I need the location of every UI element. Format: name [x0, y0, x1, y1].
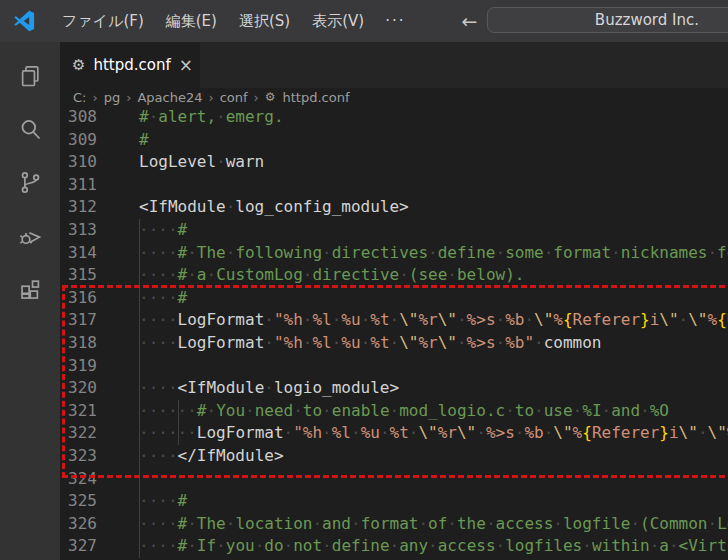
line-number: 320 [60, 377, 97, 400]
whitespace-dot: · [158, 491, 168, 510]
breadcrumb-item[interactable]: C: [71, 90, 88, 105]
code-line-313[interactable]: 313····# [60, 219, 728, 242]
whitespace-dot: · [322, 536, 332, 555]
whitespace-dot: · [284, 423, 294, 442]
whitespace-dot: · [158, 378, 168, 397]
indent-guide [178, 400, 179, 423]
line-number: 308 [60, 106, 97, 129]
whitespace-dot: · [351, 423, 361, 442]
code-line-311[interactable]: 311 [60, 174, 728, 197]
whitespace-dot: · [216, 536, 226, 555]
code-line-322[interactable]: 322······LogFormat·"%h·%l·%u·%t·\"%r\"·%… [60, 422, 728, 445]
whitespace-dot: · [534, 333, 544, 352]
whitespace-dot: · [303, 310, 313, 329]
whitespace-dot: · [264, 378, 274, 397]
code-line-326[interactable]: 326····#·The·location·and·format·of·the·… [60, 513, 728, 536]
code-line-310[interactable]: 310LogLevel·warn [60, 151, 728, 174]
whitespace-dot: · [168, 446, 178, 465]
menu-file[interactable]: ファイル(F) [51, 8, 155, 35]
search-icon[interactable] [0, 103, 60, 156]
whitespace-dot: · [187, 265, 197, 284]
whitespace-dot: · [322, 401, 332, 420]
whitespace-dot: · [351, 514, 361, 533]
whitespace-dot: · [496, 310, 506, 329]
menu-view[interactable]: 表示(V) [301, 8, 375, 35]
line-number: 310 [60, 151, 97, 174]
tab-httpd-conf[interactable]: ⚙ httpd.conf × [60, 42, 200, 88]
run-debug-icon[interactable] [0, 209, 60, 262]
menu-more[interactable]: ··· [375, 8, 415, 34]
explorer-icon[interactable] [0, 50, 60, 103]
whitespace-dot: · [226, 514, 236, 533]
indent-guide [139, 490, 140, 513]
whitespace-dot: · [168, 333, 178, 352]
whitespace-dot: · [158, 446, 168, 465]
whitespace-dot: · [149, 243, 159, 262]
whitespace-dot: · [158, 265, 168, 284]
code-line-325[interactable]: 325····# [60, 490, 728, 513]
source-control-icon[interactable] [0, 156, 60, 209]
code-line-315[interactable]: 315····#·a·CustomLog·directive·(see·belo… [60, 264, 728, 287]
breadcrumb-item[interactable]: conf [218, 90, 250, 105]
breadcrumb-file[interactable]: httpd.conf [281, 90, 352, 105]
whitespace-dot: · [428, 536, 438, 555]
code-line-316[interactable]: 316····# [60, 287, 728, 310]
whitespace-dot: · [139, 446, 149, 465]
line-content: ····#·If·you·do·not·define·any·access·lo… [139, 535, 728, 558]
extensions-icon[interactable] [0, 262, 60, 315]
code-line-321[interactable]: 321······#·You·need·to·enable·mod_logio.… [60, 400, 728, 423]
code-line-318[interactable]: 318····LogFormat·"%h·%l·%u·%t·\"%r\"·%>s… [60, 332, 728, 355]
whitespace-dot: · [380, 423, 390, 442]
back-arrow-icon[interactable]: ← [461, 12, 477, 31]
whitespace-dot: · [139, 220, 149, 239]
line-content: ····LogFormat·"%h·%l·%u·%t·\"%r\"·%>s·%b… [139, 309, 728, 332]
whitespace-dot: · [707, 514, 717, 533]
whitespace-dot: · [447, 265, 457, 284]
code-line-317[interactable]: 317····LogFormat·"%h·%l·%u·%t·\"%r\"·%>s… [60, 309, 728, 332]
indent-guide [139, 242, 140, 265]
tab-bar: ⚙ httpd.conf × [60, 42, 728, 88]
whitespace-dot: · [505, 401, 515, 420]
whitespace-dot: · [187, 536, 197, 555]
indent-guide [139, 377, 140, 400]
line-number: 317 [60, 309, 97, 332]
code-line-312[interactable]: 312<IfModule·log_config_module> [60, 196, 728, 219]
whitespace-dot: · [149, 220, 159, 239]
whitespace-dot: · [149, 401, 159, 420]
code-line-319[interactable]: 319 [60, 355, 728, 378]
code-editor[interactable]: 308#·alert,·emerg.309#310LogLevel·warn31… [60, 106, 728, 560]
whitespace-dot: · [264, 310, 274, 329]
line-content: ····# [139, 490, 728, 513]
code-line-308[interactable]: 308#·alert,·emerg. [60, 106, 728, 129]
line-number: 312 [60, 196, 97, 219]
line-number: 314 [60, 242, 97, 265]
whitespace-dot: · [216, 152, 226, 171]
whitespace-dot: · [149, 310, 159, 329]
menu-selection[interactable]: 選択(S) [228, 8, 301, 35]
code-line-314[interactable]: 314····#·The·following·directives·define… [60, 242, 728, 265]
indent-guide [139, 264, 140, 287]
code-line-324[interactable]: 324 [60, 468, 728, 491]
command-center[interactable]: Buzzword Inc. [487, 7, 728, 33]
whitespace-dot: · [158, 423, 168, 442]
code-line-327[interactable]: 327····#·If·you·do·not·define·any·access… [60, 535, 728, 558]
whitespace-dot: · [149, 265, 159, 284]
breadcrumb-item[interactable]: Apache24 [135, 90, 204, 105]
whitespace-dot: · [168, 536, 178, 555]
whitespace-dot: · [640, 401, 650, 420]
whitespace-dot: · [534, 401, 544, 420]
indent-guide [139, 309, 140, 332]
breadcrumb-item[interactable]: pg [102, 90, 123, 105]
line-content: ····#·a·CustomLog·directive·(see·below). [139, 264, 728, 287]
code-line-320[interactable]: 320····<IfModule·logio_module> [60, 377, 728, 400]
whitespace-dot: · [428, 243, 438, 262]
breadcrumb: C:›pg›Apache24›conf›⚙httpd.conf [60, 88, 728, 106]
vscode-window: ファイル(F)編集(E)選択(S)表示(V)··· ← → Buzzword I… [0, 0, 728, 560]
whitespace-dot: · [149, 536, 159, 555]
close-tab-icon[interactable]: × [179, 57, 193, 74]
indent-guide [139, 422, 140, 445]
code-line-323[interactable]: 323····</IfModule> [60, 445, 728, 468]
whitespace-dot: · [187, 243, 197, 262]
code-line-309[interactable]: 309# [60, 129, 728, 152]
menu-edit[interactable]: 編集(E) [155, 8, 228, 35]
